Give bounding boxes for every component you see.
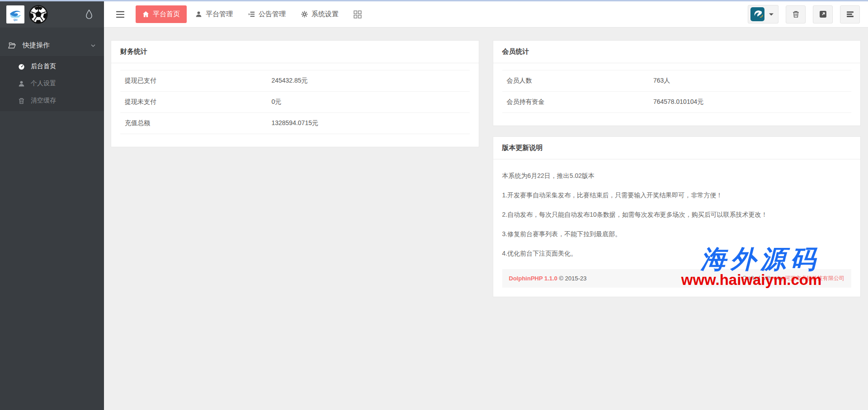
content-area: 财务统计 提现已支付 245432.85元 提现未支付 0元 [104,28,868,297]
sidebar-section-label: 快捷操作 [23,41,50,50]
left-column: 财务统计 提现已支付 245432.85元 提现未支付 0元 [111,40,479,147]
card-title: 财务统计 [111,41,479,63]
heart-icon: ♥ [773,275,776,281]
main-area: 平台首页 平台管理 [104,1,868,410]
soccer-ball-icon [29,5,48,24]
sidebar-submenu: 后台首页 个人设置 清空缓存 [0,56,104,111]
tab-label: 系统设置 [311,10,339,19]
version-notes-card: 版本更新说明 本系统为6月22日，推出5.02版本 1.开发赛事自动采集发布，比… [493,136,861,297]
version-note: 本系统为6月22日，推出5.02版本 [502,172,852,180]
dolphinphp-link[interactable]: DolphinPHP 1.1.0 [509,275,557,282]
member-stats-table: 会员人数 763人 会员持有资金 764578.010104元 [502,70,852,113]
home-icon [142,11,149,18]
tab-platform-management[interactable]: 平台管理 [189,5,240,23]
clear-cache-button[interactable] [786,5,806,23]
finance-stats-table: 提现已支付 245432.85元 提现未支付 0元 充值总额 1328594.0… [120,70,470,134]
sidebar-item-clear-cache[interactable]: 清空缓存 [0,92,104,109]
sidebar-menu: 快捷操作 后台首页 [0,28,104,111]
table-row: 提现已支付 245432.85元 [120,70,470,92]
server-list-icon [846,10,854,18]
version-note: 4.优化前台下注页面美化。 [502,250,852,258]
table-row: 提现未支付 0元 [120,92,470,113]
table-row: 会员人数 763人 [502,70,852,92]
hamburger-menu-icon[interactable] [116,11,125,18]
chevron-down-icon [90,43,96,48]
stat-label: 会员人数 [502,70,649,92]
member-stats-card: 会员统计 会员人数 763人 会员持有资金 764578.010104元 [493,40,861,126]
gauge-icon [18,63,25,70]
card-footer: DolphinPHP 1.1.0 © 2015-23 Crafted with … [502,269,852,288]
stat-value: 764578.010104元 [649,92,851,113]
list-icon [248,11,255,18]
right-column: 会员统计 会员人数 763人 会员持有资金 764578.010104元 [493,40,861,297]
version-note: 1.开发赛事自动采集发布，比赛结束后，只需要输入开奖结果即可，非常方便！ [502,191,852,200]
external-link-icon [819,10,827,18]
caret-down-icon [769,13,774,16]
version-note: 2.自动发布，每次只能自动发布10条数据，如需每次发布更多场次，购买后可以联系技… [502,211,852,219]
stat-value: 0元 [267,92,469,113]
water-drop-icon[interactable] [85,9,93,19]
stat-label: 充值总额 [120,113,267,134]
gear-icon [301,11,308,18]
user-icon [18,80,25,87]
tab-label: 平台首页 [153,10,180,19]
card-body: 提现已支付 245432.85元 提现未支付 0元 充值总额 1328594.0… [111,63,479,147]
stat-label: 提现未支付 [120,92,267,113]
stat-value: 1328594.0715元 [267,113,469,134]
stat-label: 提现已支付 [120,70,267,92]
stat-value: 245432.85元 [267,70,469,92]
tab-label: 平台管理 [206,10,233,19]
sidebar-item-label: 清空缓存 [31,97,56,105]
stat-value: 763人 [649,70,851,92]
sidebar-item-label: 个人设置 [31,79,56,88]
company-link[interactable]: 河源市卓锐科技有限公司 [785,275,844,281]
card-body: 会员人数 763人 会员持有资金 764578.010104元 [493,63,861,126]
footer-left: DolphinPHP 1.1.0 © 2015-23 [509,275,587,282]
stat-label: 会员持有资金 [502,92,649,113]
card-title: 版本更新说明 [493,137,861,159]
tab-system-settings[interactable]: 系统设置 [294,5,345,23]
sidebar-item-dashboard[interactable]: 后台首页 [0,58,104,75]
sidebar-section-quick-actions[interactable]: 快捷操作 [0,35,104,56]
navbar-right-actions [748,5,860,23]
folder-open-icon [8,42,16,49]
tab-label: 公告管理 [259,10,286,19]
user-icon [195,11,202,18]
trash-icon [18,98,25,104]
sidebar-item-profile[interactable]: 个人设置 [0,75,104,92]
open-frontend-button[interactable] [813,5,833,23]
nav-tabs: 平台首页 平台管理 [136,5,345,23]
footer-right: Crafted with ♥ by 河源市卓锐科技有限公司 [742,275,844,282]
copyright-text: © 2015-23 [559,275,587,282]
version-note: 3.修复前台赛事列表，不能下拉到最底部。 [502,230,852,238]
logo-text: QH [14,19,17,21]
brand-area: QH [0,1,104,28]
site-logo[interactable]: QH [6,5,24,23]
tab-announcement-management[interactable]: 公告管理 [241,5,292,23]
sidebar: QH [0,1,104,410]
table-row: 充值总额 1328594.0715元 [120,113,470,134]
log-list-button[interactable] [840,5,860,23]
app-layout: QH [0,1,868,410]
tab-platform-home[interactable]: 平台首页 [136,5,187,23]
crafted-with-text: Crafted with [742,275,771,281]
avatar [750,7,764,21]
by-text: by [778,275,783,281]
trash-icon [792,10,800,18]
table-row: 会员持有资金 764578.010104元 [502,92,852,113]
card-body: 本系统为6月22日，推出5.02版本 1.开发赛事自动采集发布，比赛结束后，只需… [493,159,861,297]
bird-logo-icon: QH [8,7,23,22]
apps-grid-icon[interactable] [354,10,362,19]
finance-stats-card: 财务统计 提现已支付 245432.85元 提现未支付 0元 [111,40,479,147]
sidebar-item-label: 后台首页 [31,62,56,70]
user-avatar-dropdown[interactable] [748,5,778,23]
dolphin-avatar-icon [751,8,764,20]
top-navbar: 平台首页 平台管理 [104,1,868,28]
card-title: 会员统计 [493,41,861,63]
